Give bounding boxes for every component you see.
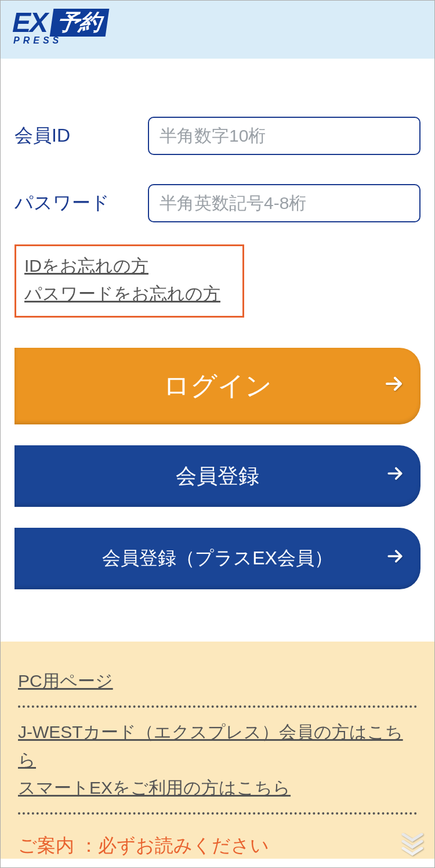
divider <box>18 812 417 815</box>
logo-press-text: PRESS <box>13 35 107 46</box>
register-plus-ex-button[interactable]: 会員登録（プラスEX会員） <box>14 528 420 589</box>
divider <box>18 705 417 708</box>
notice-heading: ご案内 ：必ずお読みください <box>18 833 417 859</box>
member-id-input[interactable] <box>148 117 420 155</box>
footer: PC用ページ J-WESTカード（エクスプレス）会員の方はこちら スマートEXを… <box>1 642 434 859</box>
forgot-password-link[interactable]: パスワードをお忘れの方 <box>24 280 234 308</box>
password-group: パスワード <box>14 184 420 222</box>
password-input[interactable] <box>148 184 420 222</box>
member-id-label: 会員ID <box>14 123 148 149</box>
password-label: パスワード <box>14 190 148 216</box>
smart-ex-link[interactable]: スマートEXをご利用の方はこちら <box>18 774 417 802</box>
arrow-right-icon <box>382 370 405 402</box>
jwest-card-link[interactable]: J-WESTカード（エクスプレス）会員の方はこちら <box>18 718 417 774</box>
content: 会員ID パスワード IDをお忘れの方 パスワードをお忘れの方 ログイン 会員登… <box>1 117 434 589</box>
header: EX 予約 PRESS <box>1 1 434 59</box>
logo: EX 予約 PRESS <box>12 9 107 46</box>
arrow-right-icon <box>385 546 405 571</box>
scroll-down-icon <box>401 833 424 854</box>
arrow-right-icon <box>385 463 405 489</box>
logo-ex-text: EX <box>12 9 47 37</box>
member-id-group: 会員ID <box>14 117 420 155</box>
login-button[interactable]: ログイン <box>14 348 420 424</box>
login-button-label: ログイン <box>163 368 272 404</box>
register-plus-ex-button-label: 会員登録（プラスEX会員） <box>102 546 333 571</box>
register-button[interactable]: 会員登録 <box>14 445 420 507</box>
forgot-highlight-box: IDをお忘れの方 パスワードをお忘れの方 <box>14 244 244 318</box>
logo-yoyaku-box: 予約 <box>50 9 110 37</box>
register-button-label: 会員登録 <box>176 462 259 491</box>
forgot-id-link[interactable]: IDをお忘れの方 <box>24 252 234 280</box>
pc-page-link[interactable]: PC用ページ <box>18 667 417 695</box>
